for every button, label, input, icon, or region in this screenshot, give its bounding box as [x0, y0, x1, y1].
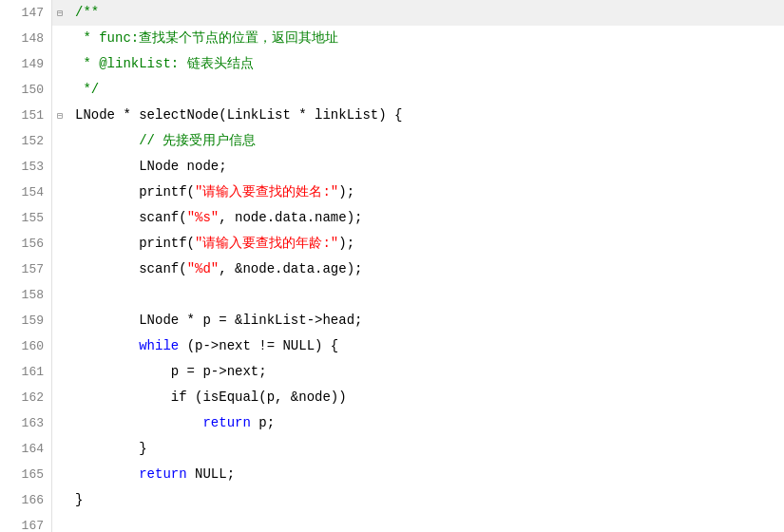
code-segment: LNode * selectNode(LinkList * linkList) … [75, 103, 402, 128]
code-content: // 先接受用户信息 [67, 128, 784, 154]
fold-indicator[interactable]: ⊟ [52, 103, 67, 128]
code-row: 163 return p; [0, 410, 784, 436]
fold-indicator [52, 128, 67, 154]
code-row: 147⊟/** [0, 0, 784, 26]
code-row: 161 p = p->next; [0, 359, 784, 385]
code-segment: } [75, 487, 83, 513]
fold-indicator[interactable]: ⊟ [52, 0, 67, 26]
line-number: 147 [0, 0, 52, 26]
code-segment [75, 410, 202, 436]
line-number: 163 [0, 410, 52, 436]
fold-indicator [52, 333, 67, 359]
line-number: 162 [0, 385, 52, 410]
fold-indicator [52, 513, 67, 532]
code-segment: "%d" [187, 256, 220, 282]
code-content: if (isEqual(p, &node)) [67, 385, 784, 410]
line-number: 149 [0, 51, 52, 77]
line-number: 159 [0, 308, 52, 333]
code-segment: "%s" [187, 205, 220, 231]
line-number: 152 [0, 128, 52, 154]
code-segment: printf( [75, 231, 195, 256]
code-segment: // 先接受用户信息 [75, 128, 256, 154]
code-segment: "请输入要查找的姓名:" [195, 180, 338, 205]
fold-indicator [52, 282, 67, 308]
code-row: 151⊟LNode * selectNode(LinkList * linkLi… [0, 103, 784, 128]
fold-indicator [52, 77, 67, 103]
fold-indicator [52, 180, 67, 205]
code-lines: 147⊟/**148 * func:查找某个节点的位置，返回其地址149 * @… [0, 0, 784, 532]
code-content: } [67, 436, 784, 462]
code-row: 156 printf("请输入要查找的年龄:"); [0, 231, 784, 256]
code-row: 167 [0, 513, 784, 532]
code-content: */ [67, 77, 784, 103]
code-row: 149 * @linkList: 链表头结点 [0, 51, 784, 77]
code-segment: 查找某个节点的位置，返回其地址 [139, 26, 338, 51]
code-segment: */ [75, 77, 99, 103]
line-number: 156 [0, 231, 52, 256]
code-row: 160 while (p->next != NULL) { [0, 333, 784, 359]
line-number: 150 [0, 77, 52, 103]
code-row: 153 LNode node; [0, 154, 784, 180]
code-segment: NULL; [187, 462, 235, 487]
code-content: /** [67, 0, 784, 26]
code-segment: if (isEqual(p, &node)) [75, 385, 347, 410]
code-content: scanf("%d", &node.data.age); [67, 256, 784, 282]
code-segment: scanf( [75, 205, 187, 231]
code-segment: , node.data.name); [219, 205, 362, 231]
fold-indicator [52, 359, 67, 385]
code-segment [75, 462, 139, 487]
code-content: scanf("%s", node.data.name); [67, 205, 784, 231]
code-row: 157 scanf("%d", &node.data.age); [0, 256, 784, 282]
code-content: * @linkList: 链表头结点 [67, 51, 784, 77]
code-segment: ); [338, 180, 354, 205]
code-segment: while [139, 333, 179, 359]
code-segment: * func: [75, 26, 139, 51]
line-number: 167 [0, 513, 52, 532]
code-segment: p; [251, 410, 275, 436]
code-segment: ); [338, 231, 354, 256]
code-segment: * @linkList: 链表头结点 [75, 51, 254, 77]
fold-indicator [52, 462, 67, 487]
code-segment: p = p->next; [75, 359, 267, 385]
fold-indicator [52, 256, 67, 282]
line-number: 157 [0, 256, 52, 282]
line-number: 165 [0, 462, 52, 487]
code-editor: 147⊟/**148 * func:查找某个节点的位置，返回其地址149 * @… [0, 0, 784, 532]
code-content [67, 513, 784, 532]
code-content: LNode * selectNode(LinkList * linkList) … [67, 103, 784, 128]
line-number: 166 [0, 487, 52, 513]
code-content: LNode * p = &linkList->head; [67, 308, 784, 333]
code-segment: "请输入要查找的年龄:" [195, 231, 338, 256]
code-content: LNode node; [67, 154, 784, 180]
code-row: 166} [0, 487, 784, 513]
code-segment: scanf( [75, 256, 187, 282]
code-row: 158 [0, 282, 784, 308]
code-row: 162 if (isEqual(p, &node)) [0, 385, 784, 410]
code-row: 155 scanf("%s", node.data.name); [0, 205, 784, 231]
code-row: 165 return NULL; [0, 462, 784, 487]
fold-indicator [52, 385, 67, 410]
line-number: 160 [0, 333, 52, 359]
fold-indicator [52, 308, 67, 333]
code-segment: /** [75, 0, 99, 26]
code-segment: return [139, 462, 186, 487]
code-segment: printf( [75, 180, 195, 205]
fold-indicator [52, 154, 67, 180]
fold-indicator [52, 436, 67, 462]
line-number: 158 [0, 282, 52, 308]
line-number: 154 [0, 180, 52, 205]
line-number: 151 [0, 103, 52, 128]
code-content [67, 282, 784, 308]
fold-indicator [52, 205, 67, 231]
line-number: 155 [0, 205, 52, 231]
code-content: while (p->next != NULL) { [67, 333, 784, 359]
code-segment: } [75, 436, 147, 462]
code-row: 152 // 先接受用户信息 [0, 128, 784, 154]
fold-indicator [52, 231, 67, 256]
fold-indicator [52, 26, 67, 51]
code-row: 159 LNode * p = &linkList->head; [0, 308, 784, 333]
code-row: 164 } [0, 436, 784, 462]
fold-indicator [52, 51, 67, 77]
code-segment: , &node.data.age); [219, 256, 362, 282]
code-content: return p; [67, 410, 784, 436]
